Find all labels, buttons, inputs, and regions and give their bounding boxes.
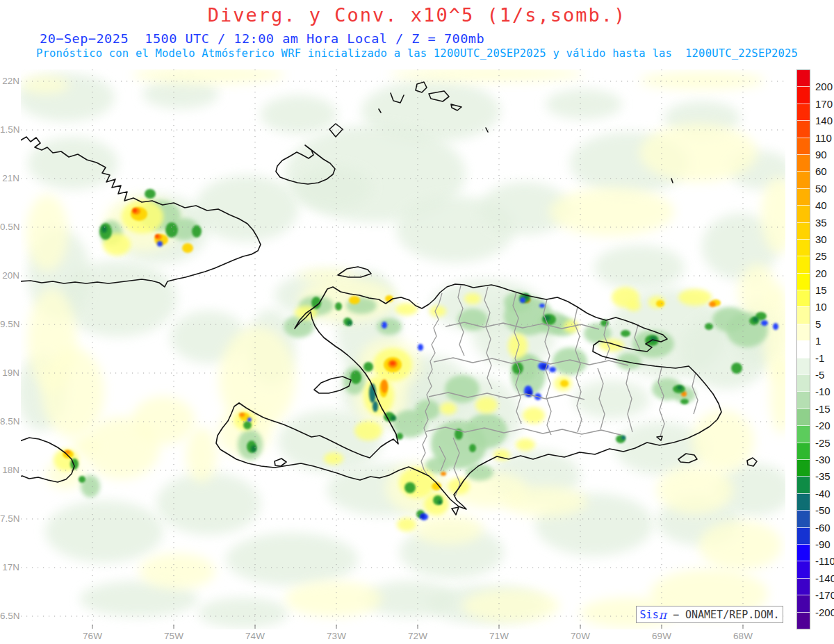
- colorbar-cell: 10: [797, 290, 810, 306]
- colorbar-tick-label: -30: [815, 454, 831, 465]
- colorbar-tick-label: -15: [815, 403, 831, 415]
- colorbar-cell: 25: [797, 239, 810, 256]
- colorbar-tick-label: 35: [815, 217, 827, 229]
- colorbar-tick-label: -35: [815, 470, 831, 482]
- lon-tick-label: 69W: [646, 631, 677, 641]
- colorbar-tick-label: 30: [815, 233, 827, 245]
- lat-tick-label: 20N: [0, 270, 19, 281]
- colorbar-cell: -25: [797, 425, 810, 442]
- colorbar-cell: 90: [797, 138, 810, 154]
- pi-symbol: π: [659, 608, 667, 622]
- colorbar-tick-label: -25: [815, 437, 831, 449]
- colorbar-tick-label: 10: [815, 301, 827, 313]
- colorbar-tick-label: 5: [815, 318, 821, 330]
- colorbar-cell: 140: [797, 104, 810, 120]
- divergence-field-background: [17, 66, 796, 628]
- lon-tick-label: 74W: [240, 631, 270, 641]
- colorbar-cell: 110: [797, 120, 810, 137]
- colorbar-cell: -40: [797, 476, 810, 493]
- lon-tick-label: 73W: [321, 631, 352, 641]
- colorbar-tick-label: 15: [815, 284, 827, 296]
- colorbar-cell: -170: [797, 578, 810, 595]
- colorbar-cell: -60: [797, 510, 810, 527]
- colorbar-tick-label: 40: [815, 199, 827, 211]
- colorbar-tick-label: 140: [815, 115, 833, 126]
- colorbar-cell: 15: [797, 273, 810, 290]
- colorbar-tick-label: -50: [815, 504, 831, 516]
- lat-tick-label: 9.5N: [0, 319, 19, 329]
- colorbar-cell: 1: [797, 324, 810, 340]
- colorbar-cell: -200: [797, 595, 810, 611]
- colorbar-tick-label: 200: [815, 81, 833, 92]
- colorbar-cell: 200: [797, 70, 810, 86]
- colorbar-cell: 5: [797, 306, 810, 323]
- colorbar-cell: -20: [797, 408, 810, 425]
- coastline-beata-island: [452, 507, 459, 515]
- colorbar-cell: -1: [797, 340, 810, 357]
- colorbar-tick-label: 170: [815, 98, 833, 110]
- lat-tick-label: 6.5N: [0, 611, 19, 621]
- colorbar-tick-label: -110: [815, 555, 834, 567]
- colorbar-tick-label: -40: [815, 488, 831, 499]
- colorbar-tick-label: -20: [815, 420, 831, 431]
- colorbar-cell: -30: [797, 443, 810, 459]
- coastline-ile-a-vache: [275, 459, 286, 466]
- colorbar-tick-label: -90: [815, 538, 831, 550]
- colorbar-cell: -90: [797, 527, 810, 544]
- colorbar-tick-label: 90: [815, 149, 827, 160]
- colorbar-tick-label: 1: [815, 335, 821, 347]
- colorbar-tick-label: -1: [815, 352, 824, 364]
- colorbar-tick-label: -170: [815, 589, 834, 601]
- attribution-box: Sisπ − ONAMET/REP.DOM.: [636, 606, 783, 623]
- colorbar-cell: -140: [797, 561, 810, 577]
- colorbar-tick-label: -140: [815, 572, 834, 584]
- lat-tick-label: 0.5N: [0, 222, 19, 232]
- sispi-logo: Sis: [640, 609, 659, 621]
- attribution-text: − ONAMET/REP.DOM.: [667, 609, 780, 621]
- colorbar-tick-label: -60: [815, 522, 831, 534]
- colorbar-cell: 50: [797, 171, 810, 188]
- colorbar-cell: -110: [797, 544, 810, 561]
- lon-tick-label: 76W: [77, 631, 108, 641]
- colorbar-cell: -50: [797, 493, 810, 510]
- lat-tick-label: 19N: [0, 368, 19, 378]
- colorbar-cell: 40: [797, 188, 810, 205]
- lon-tick-label: 68W: [728, 631, 758, 641]
- lat-tick-label: 7.5N: [0, 513, 19, 524]
- colorbar-cell: [797, 612, 810, 629]
- colorbar-cell: -35: [797, 459, 810, 476]
- lat-tick-label: 8.5N: [0, 416, 19, 427]
- colorbar-cell: -10: [797, 374, 810, 391]
- lat-tick-label: 21N: [0, 173, 19, 183]
- colorbar-cell: -15: [797, 391, 810, 408]
- colorbar-tick-label: -200: [815, 606, 834, 618]
- forecast-map: [0, 0, 834, 644]
- colorbar: 2001701401109060504035302520151051-1-5-1…: [796, 69, 810, 629]
- colorbar-cell: 35: [797, 205, 810, 222]
- lat-tick-label: 22N: [0, 76, 19, 86]
- colorbar-cell: -5: [797, 358, 810, 374]
- colorbar-tick-label: -10: [815, 386, 831, 397]
- colorbar-cell: 170: [797, 86, 810, 103]
- weather-chart-page: Diverg. y Conv. x10^5 (1/s,somb.) 20−Sep…: [0, 0, 834, 644]
- lon-tick-label: 70W: [565, 631, 596, 641]
- colorbar-tick-label: 20: [815, 267, 827, 279]
- colorbar-tick-label: 110: [815, 132, 832, 144]
- lat-tick-label: 1.5N: [0, 124, 19, 135]
- colorbar-cell: 20: [797, 256, 810, 272]
- lon-tick-label: 75W: [158, 631, 189, 641]
- lat-tick-label: 17N: [0, 562, 19, 572]
- lat-tick-label: 18N: [0, 465, 19, 475]
- lon-tick-label: 71W: [484, 631, 514, 641]
- colorbar-tick-label: 25: [815, 250, 827, 262]
- colorbar-tick-label: 50: [815, 183, 827, 195]
- colorbar-cell: 60: [797, 154, 810, 171]
- colorbar-cell: 30: [797, 222, 810, 239]
- colorbar-tick-label: -5: [815, 369, 824, 381]
- lon-tick-label: 72W: [402, 631, 433, 641]
- colorbar-tick-label: 60: [815, 165, 827, 177]
